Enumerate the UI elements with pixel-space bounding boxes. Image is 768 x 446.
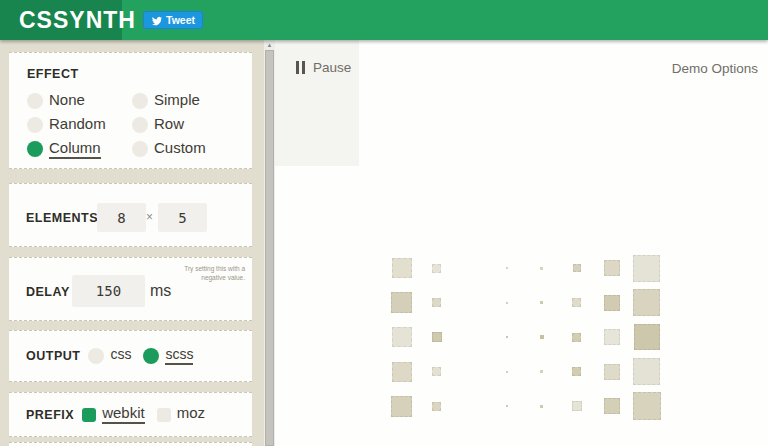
option-label: webkit (102, 405, 145, 424)
scrollbar-thumb[interactable] (265, 50, 274, 446)
output-option-css[interactable]: css (88, 347, 131, 365)
effect-option-custom[interactable]: Custom (132, 137, 206, 161)
demo-square (432, 264, 441, 273)
scroll-up-arrow-icon[interactable]: ▲ (264, 40, 275, 50)
demo-square (540, 405, 543, 408)
radio-icon[interactable] (27, 93, 43, 109)
demo-square (572, 298, 581, 307)
effect-title: EFFECT (27, 67, 79, 81)
demo-square (506, 336, 508, 338)
demo-square (573, 264, 581, 272)
effect-panel: EFFECT NoneSimpleRandomRowColumnCustom (9, 52, 252, 169)
header: CSSYNTH Tweet (0, 0, 768, 40)
elements-rows-input[interactable] (158, 203, 207, 232)
demo-square (391, 396, 412, 417)
demo-square (540, 370, 543, 373)
app-title: CSSYNTH (0, 0, 122, 40)
demo-options-button[interactable]: Demo Options (672, 61, 758, 76)
pause-button[interactable]: Pause (296, 60, 351, 75)
effect-option-random[interactable]: Random (27, 113, 132, 137)
cssynth-app: CSSYNTH Tweet EFFECT NoneSimpleRandomRow… (0, 0, 768, 446)
demo-square (432, 332, 442, 342)
demo-square (540, 301, 543, 304)
demo-square (506, 302, 508, 304)
demo-square (540, 267, 543, 270)
output-options: cssscss (88, 347, 205, 365)
demo-square (392, 362, 412, 382)
demo-square (432, 402, 441, 411)
elements-cols-input[interactable] (97, 203, 146, 232)
demo-square (604, 260, 620, 276)
radio-icon[interactable] (132, 141, 148, 157)
demo-square (633, 289, 660, 316)
prefix-option-webkit[interactable]: webkit (82, 405, 145, 424)
delay-unit: ms (150, 282, 171, 300)
output-title: OUTPUT (26, 349, 80, 363)
option-label: scss (165, 347, 193, 365)
radio-icon[interactable] (132, 117, 148, 133)
demo-square (604, 364, 620, 380)
demo-square (604, 398, 620, 414)
delay-panel: Try setting this with a negative value. … (9, 257, 252, 321)
pause-icon (296, 61, 305, 74)
effect-option-none[interactable]: None (27, 89, 132, 113)
option-label: moz (177, 405, 205, 424)
elements-title: ELEMENTS (26, 211, 98, 225)
checkbox-icon[interactable] (82, 408, 96, 422)
effect-option-row[interactable]: Row (132, 113, 206, 137)
option-label: Simple (154, 92, 200, 111)
elements-panel: ELEMENTS × (9, 183, 252, 247)
partial-panel (9, 442, 252, 446)
demo-square (572, 367, 581, 376)
demo-square (432, 367, 441, 376)
multiply-sign: × (146, 210, 153, 224)
prefix-option-moz[interactable]: moz (157, 405, 205, 424)
prefix-options: webkitmoz (82, 405, 217, 424)
prefix-title: PREFIX (26, 408, 74, 422)
checkbox-icon[interactable] (157, 408, 171, 422)
output-panel: OUTPUT cssscss (9, 330, 252, 382)
demo-square (392, 258, 412, 278)
effect-option-simple[interactable]: Simple (132, 89, 206, 113)
demo-area: Pause Demo Options (275, 40, 768, 446)
radio-icon[interactable] (88, 348, 104, 364)
demo-square (506, 371, 508, 373)
radio-icon[interactable] (132, 93, 148, 109)
effect-option-column[interactable]: Column (27, 137, 132, 161)
pause-label: Pause (313, 60, 351, 75)
option-label: Row (154, 116, 184, 135)
delay-title: DELAY (26, 285, 70, 299)
demo-square (633, 392, 661, 420)
demo-square (634, 324, 660, 350)
demo-square (572, 401, 582, 411)
demo-square (540, 335, 544, 339)
demo-grid (384, 251, 664, 424)
radio-icon[interactable] (143, 348, 159, 364)
demo-square (391, 292, 412, 313)
demo-square (506, 267, 508, 269)
option-label: Random (49, 116, 106, 135)
option-label: Custom (154, 140, 206, 159)
demo-square (604, 295, 620, 311)
tweet-button[interactable]: Tweet (143, 11, 203, 29)
vertical-scrollbar: ▲ (264, 40, 275, 446)
demo-square (506, 405, 508, 407)
demo-square (604, 329, 620, 345)
radio-icon[interactable] (27, 141, 43, 157)
demo-square (633, 255, 660, 282)
demo-square (633, 358, 660, 385)
twitter-bird-icon (151, 15, 162, 26)
option-label: css (110, 347, 131, 365)
delay-hint: Try setting this with a negative value. (183, 265, 245, 283)
demo-square (432, 298, 441, 307)
tweet-button-label: Tweet (166, 14, 195, 26)
prefix-panel: PREFIX webkitmoz (9, 392, 252, 437)
option-label: Column (49, 140, 101, 159)
demo-area-tint (275, 40, 359, 166)
output-option-scss[interactable]: scss (143, 347, 193, 365)
delay-input[interactable] (72, 275, 145, 307)
radio-icon[interactable] (27, 117, 43, 133)
option-label: None (49, 92, 85, 111)
effect-options: NoneSimpleRandomRowColumnCustom (27, 89, 206, 161)
demo-square (392, 327, 412, 347)
